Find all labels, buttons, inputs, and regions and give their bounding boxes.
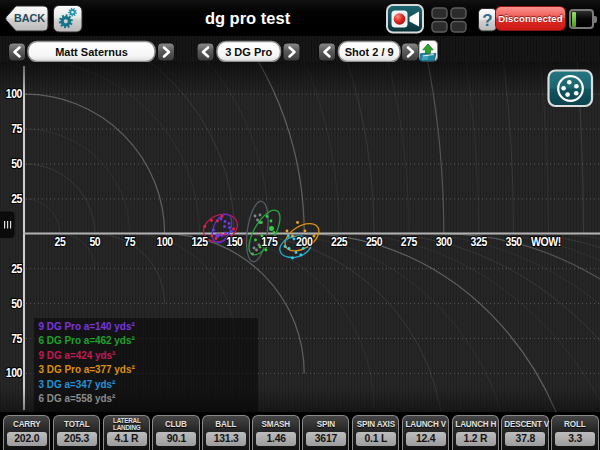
svg-text:125: 125: [191, 236, 207, 249]
svg-text:75: 75: [11, 122, 22, 135]
svg-text:25: 25: [55, 236, 66, 249]
svg-text:9 DG a=424 yds²: 9 DG a=424 yds²: [39, 349, 116, 360]
svg-text:?: ?: [482, 11, 492, 30]
svg-text:Matt Saternus: Matt Saternus: [55, 46, 128, 58]
svg-text:75: 75: [11, 332, 22, 345]
svg-text:75: 75: [124, 236, 135, 249]
svg-text:200: 200: [296, 236, 312, 249]
svg-text:100: 100: [6, 88, 22, 101]
svg-text:50: 50: [89, 236, 100, 249]
svg-text:275: 275: [401, 236, 417, 249]
svg-text:250: 250: [366, 236, 382, 249]
svg-text:6 DG Pro a=462 yds²: 6 DG Pro a=462 yds²: [39, 335, 136, 346]
svg-text:100: 100: [157, 236, 173, 249]
svg-text:3 DG Pro a=377 yds²: 3 DG Pro a=377 yds²: [39, 364, 136, 375]
svg-text:9 DG Pro a=140 yds²: 9 DG Pro a=140 yds²: [39, 321, 136, 332]
svg-text:50: 50: [11, 297, 22, 310]
svg-text:325: 325: [471, 236, 487, 249]
svg-text:100: 100: [6, 367, 22, 380]
svg-text:3 DG a=347 yds²: 3 DG a=347 yds²: [39, 378, 116, 389]
svg-text:150: 150: [226, 236, 242, 249]
svg-text:50: 50: [11, 157, 22, 170]
svg-text:225: 225: [331, 236, 347, 249]
svg-text:Shot 2 / 9: Shot 2 / 9: [345, 46, 394, 58]
svg-text:WOW!: WOW!: [531, 236, 561, 249]
svg-text:175: 175: [261, 236, 277, 249]
svg-text:3 DG Pro: 3 DG Pro: [225, 46, 272, 58]
svg-text:BACK: BACK: [14, 12, 45, 24]
svg-text:350: 350: [506, 236, 522, 249]
svg-text:300: 300: [436, 236, 452, 249]
svg-text:25: 25: [11, 262, 22, 275]
svg-text:25: 25: [11, 192, 22, 205]
svg-text:6 DG a=558 yds²: 6 DG a=558 yds²: [39, 393, 116, 404]
